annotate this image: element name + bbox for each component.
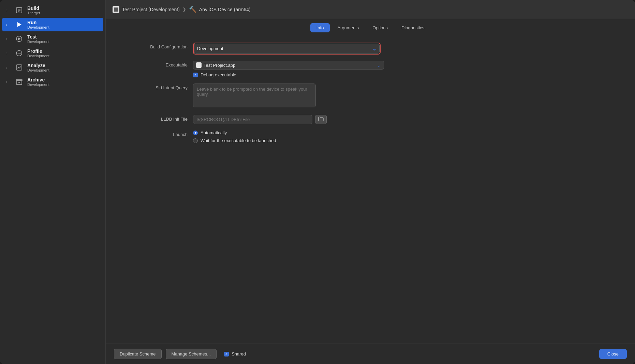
launch-radio-group: Automatically Wait for the executable to… [193,130,384,143]
launch-wait-radio[interactable] [193,138,198,143]
archive-icon [14,77,24,87]
run-icon [14,20,24,29]
shared-checkbox[interactable] [224,352,229,357]
build-icon [14,5,24,15]
test-icon [14,34,24,44]
sidebar-item-run[interactable]: › Run Development [2,18,103,31]
tab-info[interactable]: Info [310,23,330,32]
executable-label: Executable [133,61,188,67]
sidebar-run-title: Run [27,20,49,25]
duplicate-scheme-button[interactable]: Duplicate Scheme [114,349,162,359]
expand-arrow-profile: › [6,51,11,55]
sidebar-archive-title: Archive [27,77,49,82]
profile-icon [14,48,24,58]
sidebar-item-analyze[interactable]: › Analyze Development [2,61,103,74]
expand-arrow-run: › [6,22,11,27]
tab-diagnostics[interactable]: Diagnostics [395,23,430,32]
executable-chevron-icon: ⌄ [377,62,381,68]
sidebar-build-title: Build [27,5,40,11]
launch-auto-row: Automatically [193,130,384,135]
svg-point-8 [18,53,19,54]
sidebar-item-build[interactable]: › Build 1 target [2,3,103,17]
debug-executable-row: Debug executable [193,72,384,77]
form-area: Build Configuration Debug Development Re… [106,32,635,344]
sidebar-profile-subtitle: Development [27,54,49,58]
executable-wrapper: Test Project.app ⌄ [193,61,384,70]
tabs-bar: Info Arguments Options Diagnostics [106,19,635,32]
build-config-select-wrapper: Debug Development Release ⌄ [194,44,380,54]
siri-intent-row: Siri Intent Query [133,84,608,109]
sidebar-test-subtitle: Development [27,40,49,44]
scheme-checkbox-icon [113,6,119,13]
lldb-input[interactable] [193,115,312,124]
analyze-icon [14,63,24,72]
footer: Duplicate Scheme Manage Schemes... Share… [106,344,635,364]
launch-wait-label: Wait for the executable to be launched [201,138,276,143]
build-config-chevron-icon: ⌄ [372,45,376,52]
expand-arrow-analyze: › [6,65,11,70]
close-button[interactable]: Close [599,349,627,359]
manage-schemes-button[interactable]: Manage Schemes... [166,349,217,359]
sidebar: › Build 1 target › [0,0,106,364]
svg-point-10 [20,53,21,54]
expand-arrow-archive: › [6,80,11,84]
launch-wait-row: Wait for the executable to be launched [193,138,384,143]
executable-row: Executable Test Project.app ⌄ Debug exec… [133,61,608,77]
sidebar-item-profile[interactable]: › Profile Development [2,46,103,60]
svg-marker-6 [18,37,21,40]
sidebar-test-title: Test [27,34,49,40]
launch-auto-radio[interactable] [193,131,198,135]
project-name: Test Project (Development) [122,7,180,12]
shared-label: Shared [232,351,246,357]
executable-select[interactable]: Test Project.app [204,63,375,68]
device-icon: 🔨 [189,6,196,13]
tab-arguments[interactable]: Arguments [331,23,365,32]
build-config-select[interactable]: Debug Development Release [197,46,372,51]
sidebar-profile-title: Profile [27,48,49,54]
folder-browse-button[interactable] [315,115,327,124]
sidebar-item-test[interactable]: › Test Development [2,32,103,46]
tab-options[interactable]: Options [366,23,394,32]
lldb-label: LLDB Init File [133,115,188,122]
build-config-label: Build Configuration [133,43,188,49]
launch-row: Launch Automatically Wait for the execut… [133,130,608,143]
sidebar-analyze-subtitle: Development [27,68,49,72]
siri-label: Siri Intent Query [133,84,188,90]
sidebar-run-subtitle: Development [27,25,49,29]
lldb-row: LLDB Init File [133,115,608,124]
breadcrumb-arrow: ❯ [182,7,186,12]
build-config-highlight: Debug Development Release ⌄ [193,43,381,55]
build-config-row: Build Configuration Debug Development Re… [133,43,608,55]
app-icon [196,62,202,68]
header-bar: Test Project (Development) ❯ 🔨 Any iOS D… [106,0,635,19]
expand-arrow-test: › [6,37,11,41]
debug-executable-label: Debug executable [201,72,236,77]
device-name: Any iOS Device (arm64) [199,7,251,12]
sidebar-archive-subtitle: Development [27,82,49,87]
main-content: Test Project (Development) ❯ 🔨 Any iOS D… [106,0,635,364]
launch-auto-label: Automatically [201,130,227,135]
siri-textarea[interactable] [193,84,316,107]
sidebar-build-subtitle: 1 target [27,11,40,15]
sidebar-analyze-title: Analyze [27,63,49,68]
svg-point-9 [19,53,20,54]
expand-arrow-build: › [6,8,11,12]
svg-rect-13 [16,79,22,81]
sidebar-item-archive[interactable]: › Archive Development [2,75,103,89]
launch-label: Launch [133,130,188,137]
svg-marker-4 [17,22,21,27]
debug-executable-checkbox[interactable] [193,73,198,77]
